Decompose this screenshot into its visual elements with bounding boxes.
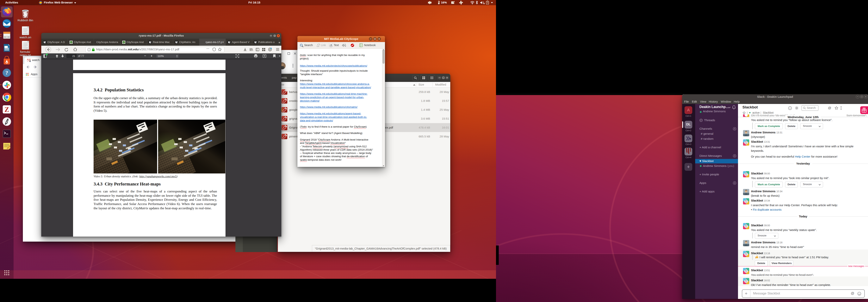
svg-text:a: a — [330, 44, 331, 46]
svg-text:Z: Z — [4, 106, 9, 113]
svg-text:DL: DL — [70, 42, 72, 43]
svg-text:?: ? — [5, 70, 8, 76]
svg-text:DL: DL — [123, 42, 125, 43]
svg-text:b: b — [331, 44, 332, 46]
